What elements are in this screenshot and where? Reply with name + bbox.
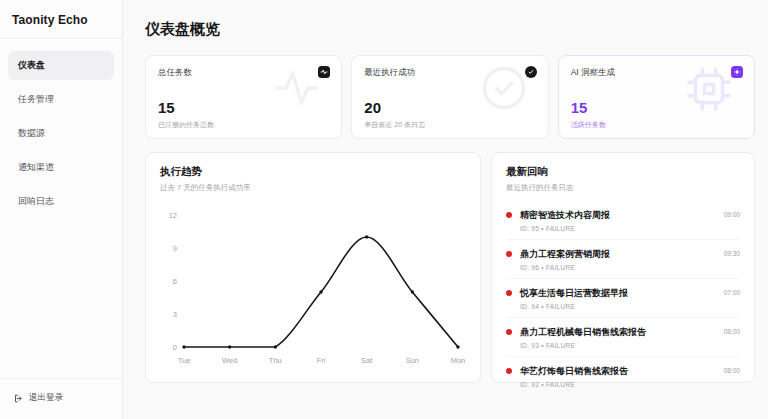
status-dot-failure	[506, 329, 512, 335]
sidebar-item-datasources[interactable]: 数据源	[8, 119, 114, 148]
status-dot-failure	[506, 368, 512, 374]
echo-item-meta: ID: 92 • FAILURE	[520, 381, 716, 388]
stat-subtitle: 已注册的任务总数	[158, 120, 329, 130]
echo-list-item[interactable]: 华艺灯饰每日销售线索报告 ID: 92 • FAILURE 08:00	[506, 357, 740, 395]
svg-text:0: 0	[173, 343, 177, 352]
trend-line-chart: 036912TueWedThuFriSatSunMon	[160, 205, 466, 371]
echo-item-meta: ID: 95 • FAILURE	[520, 225, 716, 232]
stat-card-ai-insights: AI 洞察生成 15 活跃任务数	[558, 55, 755, 139]
echoes-title: 最新回响	[506, 165, 740, 179]
echo-item-time: 07:00	[724, 289, 740, 296]
echo-list-item[interactable]: 鼎力工程案例营销周报 ID: 96 • FAILURE 09:30	[506, 240, 740, 279]
status-dot-failure	[506, 290, 512, 296]
echo-list-item[interactable]: 悦享生活每日运营数据早报 ID: 94 • FAILURE 07:00	[506, 279, 740, 318]
sidebar-item-logs[interactable]: 回响日志	[8, 187, 114, 216]
stat-subtitle: 来自最近 20 条日志	[364, 120, 535, 130]
echo-item-title: 鼎力工程机械每日销售线索报告	[520, 326, 716, 339]
check-circle-icon	[525, 66, 537, 78]
echo-list: 精密智造技术内容周报 ID: 95 • FAILURE 09:00 鼎力工程案例…	[506, 201, 740, 395]
echo-item-meta: ID: 96 • FAILURE	[520, 264, 716, 271]
echo-item-time: 09:30	[724, 250, 740, 257]
logout-label: 退出登录	[29, 392, 63, 404]
echo-item-time: 08:00	[724, 328, 740, 335]
svg-text:9: 9	[173, 244, 177, 253]
page-title: 仪表盘概览	[145, 20, 755, 39]
echo-item-title: 华艺灯饰每日销售线索报告	[520, 365, 716, 378]
panels-row: 执行趋势 过去 7 天的任务执行成功率 036912TueWedThuFriSa…	[145, 152, 755, 383]
sidebar: Taonity Echo 仪表盘 任务管理 数据源 通知渠道 回响日志 退出登录	[0, 0, 123, 419]
svg-text:Wed: Wed	[222, 356, 237, 365]
stat-card-total-tasks: 总任务数 15 已注册的任务总数	[145, 55, 342, 139]
echo-item-time: 08:00	[724, 367, 740, 374]
stat-title: AI 洞察生成	[571, 67, 742, 79]
stat-title: 总任务数	[158, 67, 329, 79]
svg-text:Sun: Sun	[406, 356, 419, 365]
sidebar-item-tasks[interactable]: 任务管理	[8, 85, 114, 114]
stat-value: 15	[571, 99, 742, 116]
trend-panel: 执行趋势 过去 7 天的任务执行成功率 036912TueWedThuFriSa…	[145, 152, 481, 383]
main-content: 仪表盘概览 总任务数 15 已注册的任务总数 最近执行成功	[123, 0, 768, 419]
echo-list-item[interactable]: 精密智造技术内容周报 ID: 95 • FAILURE 09:00	[506, 201, 740, 240]
svg-text:6: 6	[173, 277, 177, 286]
svg-text:Tue: Tue	[178, 356, 191, 365]
logout-icon	[14, 394, 23, 403]
chart-x-axis: TueWedThuFriSatSunMon	[178, 356, 466, 365]
svg-text:3: 3	[173, 310, 177, 319]
latest-echoes-panel: 最新回响 最近执行的任务日志 精密智造技术内容周报 ID: 95 • FAILU…	[491, 152, 755, 383]
sidebar-nav: 仪表盘 任务管理 数据源 通知渠道 回响日志	[0, 51, 122, 216]
activity-icon	[318, 66, 330, 78]
sidebar-item-dashboard[interactable]: 仪表盘	[8, 51, 114, 80]
echo-list-item[interactable]: 鼎力工程机械每日销售线索报告 ID: 93 • FAILURE 08:00	[506, 318, 740, 357]
svg-text:Fri: Fri	[317, 356, 326, 365]
svg-text:Mon: Mon	[451, 356, 466, 365]
trend-subtitle: 过去 7 天的任务执行成功率	[160, 183, 466, 193]
stat-value: 15	[158, 99, 329, 116]
sparkle-icon	[731, 66, 743, 78]
trend-title: 执行趋势	[160, 165, 466, 179]
echo-item-time: 09:00	[724, 211, 740, 218]
svg-text:12: 12	[169, 211, 177, 220]
echo-item-meta: ID: 94 • FAILURE	[520, 303, 716, 310]
echo-item-meta: ID: 93 • FAILURE	[520, 342, 716, 349]
app-title: Taonity Echo	[0, 0, 122, 39]
stat-card-recent-success: 最近执行成功 20 来自最近 20 条日志	[351, 55, 548, 139]
logout-button[interactable]: 退出登录	[0, 378, 122, 419]
stats-row: 总任务数 15 已注册的任务总数 最近执行成功 20	[145, 55, 755, 139]
status-dot-failure	[506, 251, 512, 257]
svg-text:Sat: Sat	[361, 356, 373, 365]
echo-item-title: 鼎力工程案例营销周报	[520, 248, 716, 261]
echo-item-title: 精密智造技术内容周报	[520, 209, 716, 222]
status-dot-failure	[506, 212, 512, 218]
echoes-subtitle: 最近执行的任务日志	[506, 183, 740, 193]
svg-text:Thu: Thu	[269, 356, 282, 365]
stat-subtitle: 活跃任务数	[571, 120, 742, 130]
echo-item-title: 悦享生活每日运营数据早报	[520, 287, 716, 300]
sidebar-item-channels[interactable]: 通知渠道	[8, 153, 114, 182]
chart-points	[182, 235, 459, 348]
stat-title: 最近执行成功	[364, 67, 535, 79]
stat-value: 20	[364, 99, 535, 116]
chart-y-axis: 036912	[169, 211, 177, 352]
